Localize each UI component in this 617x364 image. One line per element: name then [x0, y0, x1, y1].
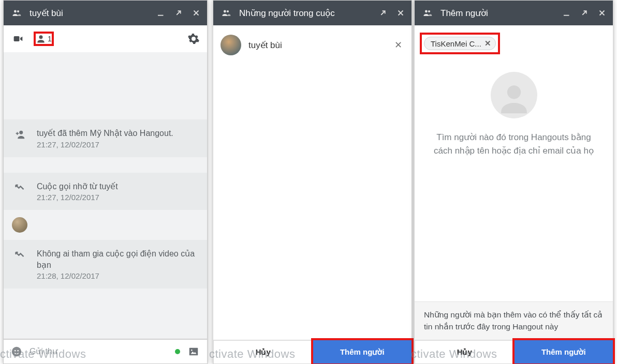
- chat-window: tuyết bùi 1 tuyết đã: [3, 0, 208, 364]
- people-icon: [422, 8, 433, 18]
- svg-point-7: [14, 350, 16, 352]
- system-message: Cuộc gọi nhỡ từ tuyết 21:27, 12/02/2017: [4, 173, 207, 210]
- person-row: tuyết bùi ✕: [213, 25, 412, 65]
- people-count: 1: [48, 35, 52, 43]
- add-people-button[interactable]: Thêm người: [313, 340, 412, 363]
- svg-point-0: [14, 10, 17, 13]
- footer-buttons: Hủy Thêm người: [415, 340, 613, 363]
- chip-remove-icon[interactable]: ✕: [484, 39, 491, 48]
- message-text: Không ai tham gia cuộc gọi điện video củ…: [37, 248, 200, 270]
- svg-point-11: [224, 10, 226, 13]
- avatar-row: [4, 210, 207, 240]
- svg-point-10: [191, 350, 193, 351]
- svg-point-12: [227, 10, 229, 12]
- chat-toolbar: 1: [4, 25, 207, 52]
- window-title: Những người trong cuộc: [239, 8, 378, 19]
- svg-point-6: [12, 347, 21, 356]
- svg-point-1: [17, 10, 19, 12]
- person-name: tuyết bùi: [248, 40, 385, 51]
- svg-rect-15: [564, 15, 569, 16]
- svg-rect-3: [14, 36, 20, 41]
- info-message: Những người mà bạn thêm vào có thể thấy …: [415, 301, 613, 340]
- message-text: Cuộc gọi nhỡ từ tuyết: [37, 181, 200, 192]
- message-composer: [4, 339, 207, 363]
- people-window: Những người trong cuộc tuyết bùi ✕ Hủy T…: [213, 0, 412, 364]
- minimize-button[interactable]: [562, 8, 571, 18]
- add-people-window: Thêm người TisKenMei C... ✕ Tìm người nà…: [414, 0, 613, 364]
- missed-call-icon: [12, 181, 27, 192]
- minimize-button[interactable]: [156, 8, 166, 18]
- people-count-button[interactable]: 1: [34, 32, 54, 46]
- titlebar-actions: [378, 8, 407, 18]
- svg-rect-9: [189, 348, 198, 356]
- empty-area: [213, 65, 412, 340]
- cancel-button[interactable]: Hủy: [415, 340, 515, 363]
- avatar: [221, 35, 241, 55]
- placeholder-avatar-icon: [491, 72, 537, 118]
- missed-call-icon: [12, 248, 27, 260]
- titlebar-actions: [156, 8, 203, 18]
- titlebar: Thêm người: [415, 1, 613, 25]
- svg-point-8: [17, 350, 19, 352]
- placeholder-text: Tìm người nào đó trong Hangouts bằng các…: [415, 131, 613, 157]
- window-title: Thêm người: [440, 8, 562, 19]
- titlebar: Những người trong cuộc: [213, 1, 412, 25]
- clear-icon[interactable]: ✕: [392, 37, 404, 53]
- compose-input[interactable]: [30, 347, 168, 356]
- svg-point-4: [39, 35, 43, 39]
- chip-input-row[interactable]: TisKenMei C... ✕: [415, 25, 613, 56]
- message-timestamp: 21:27, 12/02/2017: [37, 193, 200, 202]
- highlighted-chip: TisKenMei C... ✕: [420, 33, 500, 54]
- popout-button[interactable]: [580, 8, 589, 18]
- chip-label: TisKenMei C...: [431, 39, 481, 48]
- close-button[interactable]: [192, 8, 201, 18]
- message-text: tuyết đã thêm Mỹ Nhật vào Hangout.: [37, 128, 200, 139]
- svg-point-16: [507, 85, 520, 99]
- titlebar-actions: [562, 8, 609, 18]
- system-message: tuyết đã thêm Mỹ Nhật vào Hangout. 21:27…: [4, 119, 207, 157]
- close-button[interactable]: [597, 8, 607, 18]
- message-timestamp: 21:27, 12/02/2017: [37, 140, 200, 149]
- emoji-icon[interactable]: [11, 346, 22, 357]
- svg-point-5: [19, 131, 23, 134]
- svg-rect-2: [158, 15, 164, 16]
- status-dot-icon: [175, 349, 180, 354]
- avatar-icon: [12, 217, 27, 233]
- people-icon: [221, 8, 232, 18]
- svg-point-13: [425, 10, 428, 13]
- gear-icon[interactable]: [187, 33, 200, 45]
- close-button[interactable]: [396, 8, 405, 18]
- add-people-button[interactable]: Thêm người: [515, 340, 613, 363]
- message-timestamp: 21:28, 12/02/2017: [37, 271, 200, 280]
- photo-icon[interactable]: [187, 346, 200, 357]
- placeholder-block: Tìm người nào đó trong Hangouts bằng các…: [415, 56, 613, 301]
- popout-button[interactable]: [174, 8, 183, 18]
- cancel-button[interactable]: Hủy: [213, 340, 313, 363]
- people-icon: [11, 8, 22, 18]
- video-call-icon[interactable]: [11, 34, 25, 44]
- popout-button[interactable]: [378, 8, 388, 18]
- titlebar: tuyết bùi: [4, 1, 207, 25]
- add-user-icon: [12, 128, 27, 140]
- footer-buttons: Hủy Thêm người: [213, 340, 412, 363]
- chat-title: tuyết bùi: [30, 8, 156, 19]
- person-chip[interactable]: TisKenMei C... ✕: [424, 37, 496, 50]
- message-list[interactable]: tuyết đã thêm Mỹ Nhật vào Hangout. 21:27…: [4, 52, 207, 339]
- svg-point-14: [428, 10, 430, 12]
- system-message: Không ai tham gia cuộc gọi điện video củ…: [4, 240, 207, 289]
